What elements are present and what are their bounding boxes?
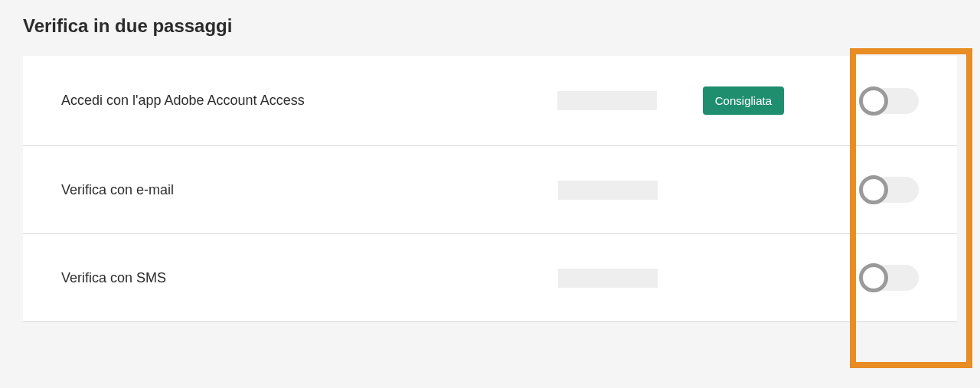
setting-row-email: Verifica con e-mail [23,146,957,234]
section-title: Verifica in due passaggi [23,15,957,37]
placeholder-box [558,269,658,288]
recommended-badge: Consigliata [703,86,784,115]
toggle-email[interactable] [861,177,919,203]
toggle-knob-icon [859,263,888,292]
toggle-sms[interactable] [861,265,919,291]
setting-label: Accedi con l'app Adobe Account Access [61,93,557,109]
placeholder-box [558,181,658,200]
toggle-app-access[interactable] [861,88,919,114]
settings-list: Accedi con l'app Adobe Account Access Co… [23,56,957,322]
setting-label: Verifica con e-mail [61,182,558,198]
setting-row-sms: Verifica con SMS [23,234,957,322]
setting-row-app-access: Accedi con l'app Adobe Account Access Co… [23,56,957,146]
toggle-knob-icon [859,175,888,204]
setting-label: Verifica con SMS [61,270,558,286]
toggle-knob-icon [859,86,888,116]
placeholder-box [557,91,657,110]
